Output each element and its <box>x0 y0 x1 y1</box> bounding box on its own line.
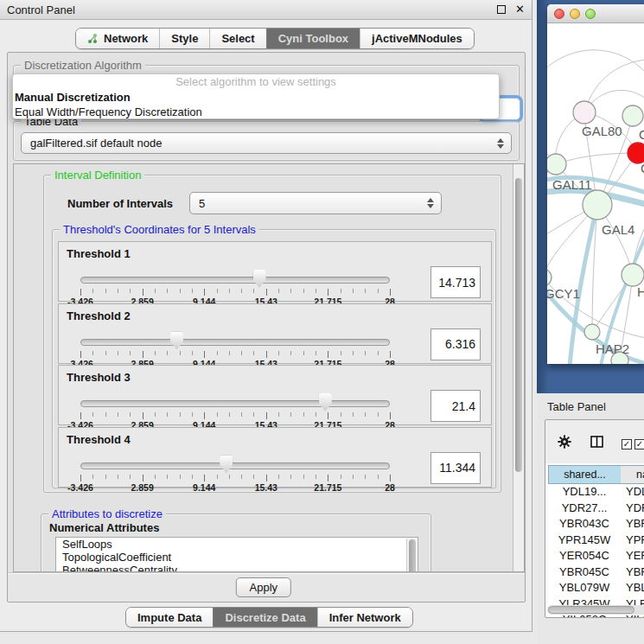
threshold-row: Threshold 3 -3.4262.8599.14415.4321.7152… <box>58 365 492 425</box>
threshold-row: Threshold 1 -3.4262.8599.14415.4321.7152… <box>58 241 492 302</box>
column-layout-icon[interactable] <box>590 436 603 448</box>
attribute-list-item[interactable]: BetweennessCentrality <box>56 564 418 572</box>
cyni-mode-tabs: Impute DataDiscretize DataInfer Network <box>125 607 413 628</box>
attribute-list-item[interactable]: SelfLoops <box>56 538 418 551</box>
tick-label: 21.715 <box>314 482 341 493</box>
threshold-row: Threshold 4 -3.4262.8599.14415.4321.7152… <box>58 427 492 488</box>
slider-ticks <box>80 412 390 420</box>
attribute-list-item[interactable]: TopologicalCoefficient <box>56 551 418 564</box>
column-header-shared-name[interactable]: shared... <box>548 465 621 484</box>
zoom-traffic-light-icon[interactable] <box>585 9 596 19</box>
apply-button[interactable]: Apply <box>236 577 291 597</box>
table-row[interactable]: YDL19...YDL1 <box>548 484 644 501</box>
slider-thumb-icon[interactable] <box>170 332 183 350</box>
cell-shared-name: YDL19... <box>548 484 621 501</box>
table-row[interactable]: YBL079WYBL0 <box>548 580 644 596</box>
cell-shared-name: YER054C <box>548 548 621 564</box>
threshold-value-field[interactable] <box>430 328 481 360</box>
tab-jactivemnodules[interactable]: jActiveMNodules <box>360 29 474 48</box>
algorithm-group-title: Discretization Algorithm <box>21 59 145 72</box>
tick-label: 15.43 <box>255 482 277 493</box>
node-label-gal80: GAL80 <box>582 124 622 138</box>
close-window-icon[interactable]: ✕ <box>515 5 525 14</box>
node-gal80[interactable] <box>573 101 596 124</box>
table-toolbar: ✓ ✓ <box>545 420 644 463</box>
mode-tab-discretize-data[interactable]: Discretize Data <box>213 608 316 627</box>
checkbox-icon-1[interactable]: ✓ <box>622 439 632 450</box>
close-traffic-light-icon[interactable] <box>554 9 564 19</box>
number-of-intervals-combobox[interactable]: 5 <box>189 192 442 214</box>
node-top-right[interactable] <box>622 105 643 126</box>
table-row[interactable]: YPR145WYPR1 <box>548 532 644 549</box>
threshold-value-field[interactable] <box>430 266 481 298</box>
threshold-slider[interactable]: -3.4262.8599.14415.4321.71528 <box>80 428 390 487</box>
table-row[interactable]: YBR045CYBR0 <box>548 564 644 581</box>
minimize-traffic-light-icon[interactable] <box>570 9 580 19</box>
dropdown-option[interactable]: Equal Width/Frequency Discretization <box>13 105 499 119</box>
threshold-slider[interactable]: -3.4262.8599.14415.4321.71528 <box>80 242 390 301</box>
interval-definition-title: Interval Definition <box>51 169 144 182</box>
numerical-attributes-list[interactable]: SelfLoopsTopologicalCoefficientBetweenne… <box>55 537 418 572</box>
tick-label: 28 <box>385 482 395 493</box>
mode-tab-infer-network[interactable]: Infer Network <box>317 608 412 627</box>
table-row[interactable]: YBR043CYBR0 <box>548 516 644 532</box>
checkbox-icon-2[interactable]: ✓ <box>634 439 644 450</box>
slider-thumb-icon[interactable] <box>253 270 266 288</box>
table-panel: Table Panel <box>537 393 644 644</box>
mode-tab-label: Discretize Data <box>225 611 305 624</box>
tick-label: 9.144 <box>193 482 215 493</box>
slider-thumb-icon[interactable] <box>319 393 332 411</box>
table-data-combobox[interactable]: galFiltered.sif default node <box>21 132 512 154</box>
table-data-value: galFiltered.sif default node <box>30 137 162 150</box>
number-of-intervals-value: 5 <box>199 197 205 210</box>
threshold-value-field[interactable] <box>430 452 481 484</box>
slider-track[interactable] <box>80 462 390 469</box>
slider-track[interactable] <box>80 339 390 346</box>
slider-track[interactable] <box>80 400 390 407</box>
node-label-gal4: GAL4 <box>602 222 634 237</box>
slider-ticks <box>80 351 390 359</box>
dropdown-option[interactable]: Manual Discretization <box>13 90 499 105</box>
combo-stepper-icon <box>497 138 504 149</box>
slider-ticks <box>80 289 390 296</box>
cell-shared-name: YDR27... <box>548 501 621 517</box>
column-header-name[interactable]: name <box>621 465 644 484</box>
node-h[interactable] <box>622 264 644 286</box>
tab-label: Select <box>221 32 254 45</box>
table-horizontal-scrollbar[interactable] <box>547 605 644 615</box>
tick-label: -3.426 <box>67 482 93 493</box>
slider-track[interactable] <box>80 277 390 284</box>
cell-name: YER0 <box>621 548 644 564</box>
table-row[interactable]: YER054CYER0 <box>548 548 644 564</box>
tab-select[interactable]: Select <box>209 29 265 48</box>
control-panel-tabs: NetworkStyleSelectCyni ToolboxjActiveMNo… <box>75 28 475 49</box>
threshold-slider[interactable]: -3.4262.8599.14415.4321.71528 <box>80 366 390 424</box>
threshold-value-field[interactable] <box>430 390 481 422</box>
node-label-hap2: HAP2 <box>596 341 629 356</box>
attributes-scrollbar[interactable] <box>406 539 417 572</box>
numerical-attributes-label: Numerical Attributes <box>49 521 159 534</box>
tab-network[interactable]: Network <box>76 29 159 48</box>
node-gcy1[interactable] <box>547 269 552 286</box>
network-canvas[interactable]: GAL80 GA CY GAL11 GAL4 GCY1 H HAP2 <box>547 23 644 364</box>
cell-shared-name: YPR145W <box>548 532 621 549</box>
settings-vertical-scrollbar[interactable] <box>513 164 524 571</box>
network-icon <box>87 33 99 44</box>
tick-label: 2.859 <box>131 482 153 493</box>
threshold-row: Threshold 2 -3.4262.8599.14415.4321.7152… <box>58 303 492 364</box>
node-gal11[interactable] <box>547 154 566 175</box>
gear-icon[interactable] <box>558 435 571 449</box>
cell-name: YPR1 <box>621 532 644 549</box>
tab-style[interactable]: Style <box>159 29 209 48</box>
float-window-icon[interactable] <box>497 5 506 14</box>
node-label-h-partial: H <box>637 284 644 299</box>
slider-thumb-icon[interactable] <box>220 456 233 474</box>
threshold-slider[interactable]: -3.4262.8599.14415.4321.71528 <box>80 304 390 363</box>
node-gal4[interactable] <box>583 190 612 220</box>
mode-tab-impute-data[interactable]: Impute Data <box>126 608 213 627</box>
node-hap2[interactable] <box>584 324 600 340</box>
apply-bar: Apply <box>8 572 525 602</box>
table-row[interactable]: YDR27...YDR2 <box>548 501 644 517</box>
cyni-toolbox-pane: Discretization Algorithm Table Data galF… <box>7 52 526 603</box>
tab-cyni-toolbox[interactable]: Cyni Toolbox <box>266 29 360 48</box>
